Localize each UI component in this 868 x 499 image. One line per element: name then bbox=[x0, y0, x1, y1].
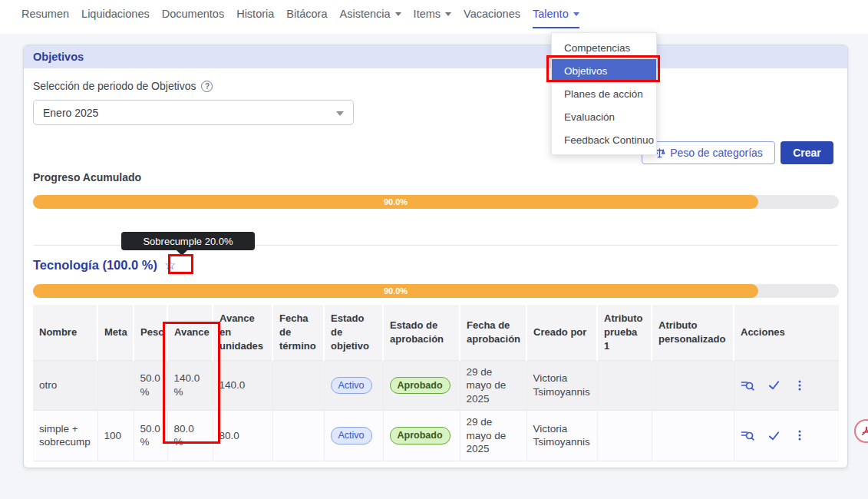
detail-search-icon[interactable] bbox=[741, 378, 754, 392]
nav-item-historia[interactable]: Historia bbox=[236, 8, 274, 28]
cell-nombre: otro bbox=[33, 360, 97, 411]
cell-estado-objetivo: Activo bbox=[324, 411, 383, 461]
pdf-icon bbox=[860, 425, 868, 438]
cell-creado-por: Victoria Tsimoyannis bbox=[526, 411, 597, 461]
status-badge-approved: Aprobado bbox=[390, 377, 451, 394]
column-header-estado-aprobacion: Estado de aprobación bbox=[383, 305, 460, 360]
column-header-fecha-termino: Fecha de término bbox=[272, 305, 324, 360]
caret-down-icon bbox=[445, 12, 451, 16]
cell-atributo-personalizado bbox=[652, 411, 734, 461]
period-select-value: Enero 2025 bbox=[43, 107, 98, 119]
nav-label: Historia bbox=[236, 8, 274, 20]
category-progress-bar: 90.0% bbox=[33, 284, 839, 298]
category-heading-row: Tecnología (100.0 %) ☆ bbox=[33, 258, 176, 273]
check-icon[interactable] bbox=[767, 429, 781, 442]
cell-fecha-termino bbox=[272, 360, 324, 411]
nav-item-talento[interactable]: Talento bbox=[533, 8, 579, 28]
create-button-label: Crear bbox=[793, 147, 821, 159]
category-title: Tecnología (100.0 %) bbox=[33, 258, 157, 273]
chevron-down-icon bbox=[336, 111, 344, 116]
menu-item-planes-de-accion[interactable]: Planes de acción bbox=[552, 82, 656, 105]
overall-progress-fill: 90.0% bbox=[33, 195, 758, 209]
nav-item-resumen[interactable]: Resumen bbox=[21, 8, 69, 28]
nav-label: Documentos bbox=[162, 8, 224, 20]
status-badge-active: Activo bbox=[331, 377, 372, 394]
cell-atributo-prueba bbox=[597, 360, 652, 411]
nav-label: Asistencia bbox=[340, 8, 391, 20]
cell-avance: 80.0 % bbox=[167, 411, 213, 461]
cell-atributo-prueba bbox=[597, 411, 652, 461]
top-navigation: Resumen Liquidaciones Documentos Histori… bbox=[21, 8, 579, 28]
overall-progress-value: 90.0% bbox=[33, 197, 758, 207]
menu-item-competencias[interactable]: Competencias bbox=[552, 36, 656, 59]
cell-estado-aprobacion: Aprobado bbox=[383, 411, 460, 461]
category-weights-button[interactable]: Peso de categorías bbox=[642, 141, 775, 164]
kebab-menu-icon[interactable] bbox=[794, 429, 806, 441]
objetivos-card: Objetivos Selección de periodo de Objeti… bbox=[23, 45, 848, 468]
cell-fecha-aprobacion: 29 de mayo de 2025 bbox=[460, 411, 526, 461]
status-badge-approved: Aprobado bbox=[390, 427, 451, 444]
create-button[interactable]: Crear bbox=[781, 141, 833, 164]
column-header-meta: Meta bbox=[97, 305, 134, 360]
category-progress-fill: 90.0% bbox=[33, 284, 758, 298]
nav-item-liquidaciones[interactable]: Liquidaciones bbox=[81, 8, 150, 28]
nav-item-asistencia[interactable]: Asistencia bbox=[340, 8, 401, 28]
help-icon[interactable]: ? bbox=[201, 81, 213, 92]
row-actions bbox=[741, 428, 833, 442]
accumulated-progress-label: Progreso Acumulado bbox=[33, 171, 141, 183]
cell-acciones bbox=[734, 360, 839, 411]
column-header-fecha-aprobacion: Fecha de aprobación bbox=[460, 305, 526, 360]
kebab-menu-icon[interactable] bbox=[794, 379, 806, 392]
cell-meta: 100 bbox=[97, 411, 134, 461]
column-header-atributo-personalizado: Atributo personalizado bbox=[652, 305, 734, 360]
star-icon[interactable]: ☆ bbox=[164, 259, 176, 272]
cell-fecha-aprobacion: 29 de mayo de 2025 bbox=[460, 360, 526, 411]
cell-estado-objetivo: Activo bbox=[324, 360, 383, 411]
nav-item-documentos[interactable]: Documentos bbox=[162, 8, 224, 28]
detail-search-icon[interactable] bbox=[741, 428, 754, 442]
nav-item-items[interactable]: Items bbox=[414, 8, 451, 28]
cell-peso: 50.0 % bbox=[134, 411, 167, 461]
nav-label: Vacaciones bbox=[464, 8, 520, 20]
column-header-peso: Peso bbox=[134, 305, 167, 360]
table-header-row: Nombre Meta Peso Avance Avance en unidad… bbox=[33, 305, 839, 360]
page: Resumen Liquidaciones Documentos Histori… bbox=[0, 0, 868, 499]
period-label-text: Selección de periodo de Objetivos bbox=[33, 80, 196, 92]
column-header-nombre: Nombre bbox=[33, 305, 97, 360]
category-weights-label: Peso de categorías bbox=[670, 147, 763, 159]
category-progress-value: 90.0% bbox=[33, 286, 758, 296]
caret-down-icon bbox=[573, 12, 579, 16]
column-header-acciones: Acciones bbox=[734, 305, 839, 360]
status-badge-active: Activo bbox=[331, 427, 372, 444]
cell-peso: 50.0 % bbox=[134, 360, 167, 411]
table-row: simple + sobrecump 100 50.0 % 80.0 % 80.… bbox=[33, 411, 839, 461]
column-header-estado-objetivo: Estado de objetivo bbox=[324, 305, 383, 360]
menu-item-feedback-continuo[interactable]: Feedback Continuo bbox=[552, 128, 656, 151]
column-header-atributo-prueba: Atributo prueba 1 bbox=[597, 305, 652, 360]
nav-label: Liquidaciones bbox=[81, 8, 150, 20]
cell-creado-por: Victoria Tsimoyannis bbox=[526, 360, 597, 411]
nav-label: Items bbox=[414, 8, 441, 20]
nav-label: Talento bbox=[533, 8, 569, 20]
nav-item-vacaciones[interactable]: Vacaciones bbox=[464, 8, 520, 28]
card-title: Objetivos bbox=[33, 51, 84, 63]
overachievement-tooltip: Sobrecumple 20.0% bbox=[121, 232, 255, 250]
check-icon[interactable] bbox=[767, 378, 781, 392]
cell-meta bbox=[97, 360, 134, 411]
card-header: Objetivos bbox=[24, 45, 847, 68]
cell-estado-aprobacion: Aprobado bbox=[383, 360, 460, 411]
period-select[interactable]: Enero 2025 bbox=[33, 100, 354, 125]
period-select-label: Selección de periodo de Objetivos ? bbox=[33, 80, 213, 92]
column-header-avance: Avance bbox=[167, 305, 213, 360]
column-header-creado-por: Creado por bbox=[526, 305, 597, 360]
talento-dropdown-menu: Competencias Objetivos Planes de acción … bbox=[551, 32, 657, 155]
nav-label: Bitácora bbox=[286, 8, 327, 20]
menu-item-evaluacion[interactable]: Evaluación bbox=[552, 105, 656, 128]
column-header-avance-unidades: Avance en unidades bbox=[213, 305, 272, 360]
objectives-table: Nombre Meta Peso Avance Avance en unidad… bbox=[33, 305, 839, 461]
nav-item-bitacora[interactable]: Bitácora bbox=[286, 8, 327, 28]
menu-item-objetivos[interactable]: Objetivos bbox=[552, 59, 656, 82]
tooltip-arrow-icon bbox=[177, 250, 187, 256]
row-actions bbox=[741, 378, 833, 392]
nav-label: Resumen bbox=[21, 8, 69, 20]
